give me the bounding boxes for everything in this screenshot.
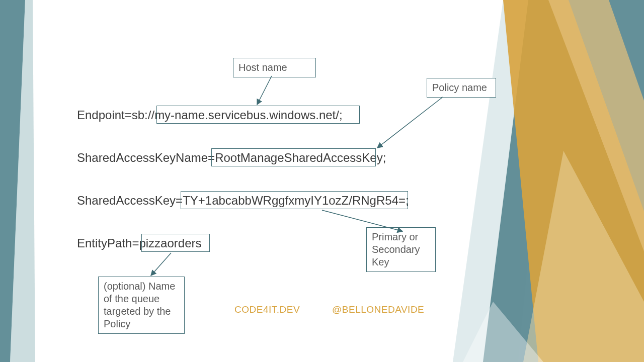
svg-marker-2 [453, 0, 553, 362]
svg-marker-7 [463, 302, 543, 362]
svg-marker-3 [483, 0, 644, 362]
svg-marker-6 [523, 151, 644, 362]
hostname-label: Host name [233, 58, 316, 77]
svg-marker-4 [503, 0, 644, 362]
policyname-label: Policy name [427, 78, 496, 98]
entity-highlight [141, 234, 210, 252]
svg-line-8 [257, 76, 272, 105]
svg-marker-0 [0, 0, 25, 362]
svg-marker-1 [10, 0, 35, 362]
hostname-highlight [156, 106, 360, 124]
svg-marker-5 [548, 0, 644, 251]
policyname-highlight [211, 148, 376, 166]
svg-line-9 [377, 97, 443, 148]
footer-site: CODE4IT.DEV [234, 304, 300, 315]
key-highlight [181, 191, 408, 209]
entity-label: (optional) Name of the queue targeted by… [98, 277, 185, 334]
key-label: Primary or Secondary Key [366, 227, 436, 272]
background-shapes [0, 0, 644, 362]
connector-arrows [0, 0, 644, 362]
svg-line-11 [151, 253, 171, 276]
footer-handle: @BELLONEDAVIDE [332, 304, 424, 315]
